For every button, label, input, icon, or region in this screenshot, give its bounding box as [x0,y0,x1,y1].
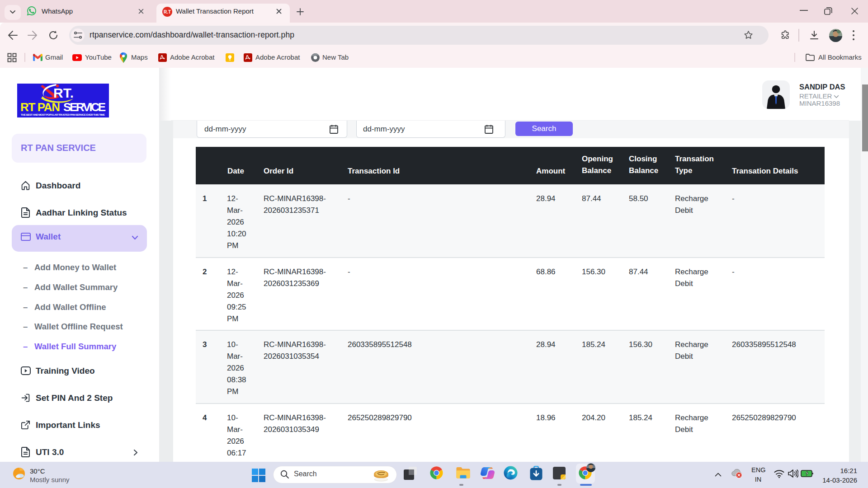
svg-text:R.T: R.T [164,9,171,14]
